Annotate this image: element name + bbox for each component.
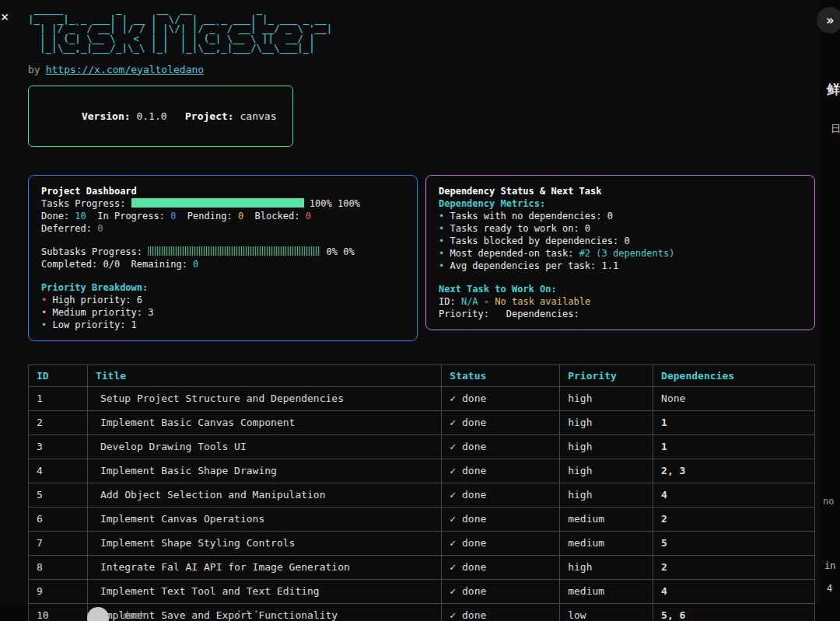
cell-task-dependencies: 1: [653, 434, 815, 459]
cell-task-dependencies: 4: [653, 579, 815, 603]
cell-task-title: Implement Shape Styling Controls: [87, 531, 441, 555]
text-segment: Medium priority:: [52, 307, 148, 318]
text-segment: •: [439, 260, 450, 271]
text-segment: Most depended-on task:: [450, 248, 579, 259]
subtasks-progress-line: Subtasks Progress: 0% 0%: [41, 246, 404, 258]
next-task-id-line: ID: N/A - No task available: [439, 295, 802, 308]
version-text-segment: [167, 110, 185, 122]
text-segment: •: [41, 307, 52, 318]
text-segment: Tasks ready to work on:: [450, 223, 584, 234]
table-row: 5 Add Object Selection and Manipulation …: [29, 483, 815, 507]
priority-low-line: • Low priority: 1: [41, 319, 404, 331]
cell-task-priority: high: [560, 410, 653, 434]
background-text-fragment: in: [824, 560, 835, 571]
version-text-segment: Project:: [185, 110, 240, 122]
text-segment: Pending:: [176, 211, 237, 222]
table-row: 1 Setup Project Structure and Dependenci…: [29, 386, 815, 410]
text-segment: No task available: [495, 296, 590, 307]
cell-task-id: 6: [29, 507, 88, 531]
priority-medium-line: • Medium priority: 3: [41, 306, 404, 319]
priority-breakdown-title: Priority Breakdown:: [41, 281, 404, 294]
cell-task-status: ✓ done: [442, 386, 560, 410]
taskmaster-ascii-logo: _____ _ __ __ _ |_ _|_ _ ___| | __ | \/ …: [28, 5, 815, 54]
tasks-progress-bar: [131, 198, 304, 208]
cell-task-title: Implement Basic Canvas Component: [87, 410, 441, 434]
text-segment: Tasks blocked by dependencies:: [450, 235, 624, 246]
cell-task-title: Develop Drawing Tools UI: [87, 434, 441, 459]
cell-task-status: ✓ done: [442, 459, 560, 483]
background-text-fragment: 鲜: [827, 81, 840, 99]
table-header-cell: Dependencies: [653, 365, 815, 386]
dashboard-title: Project Dashboard: [41, 185, 404, 197]
table-header-cell: Priority: [560, 365, 653, 386]
background-text-fragment: dash: [123, 610, 145, 621]
table-header-cell: Status: [442, 365, 560, 386]
cell-task-priority: high: [560, 459, 653, 483]
text-segment: 3: [148, 307, 153, 318]
background-text-fragment: no: [823, 496, 834, 507]
byline: byhttps://x.com/eyaltoledano: [28, 64, 815, 75]
table-row: 3 Develop Drawing Tools UI ✓ done high 1: [29, 434, 815, 459]
text-segment: Done:: [41, 211, 75, 222]
text-segment: N/A: [461, 296, 478, 307]
version-text-segment: canvas: [240, 110, 277, 122]
cell-task-status: ✓ done: [442, 579, 560, 603]
dependency-panel-title: Dependency Status & Next Task: [439, 185, 802, 197]
text-segment: 1.1: [602, 260, 619, 271]
cell-task-dependencies: 4: [653, 483, 815, 507]
cell-task-title: Implement Basic Shape Drawing: [87, 459, 441, 483]
spacer: [41, 235, 404, 246]
expand-panel-icon[interactable]: »: [817, 7, 840, 33]
next-task-meta-line: Priority: Dependencies:: [439, 308, 802, 320]
author-link[interactable]: https://x.com/eyaltoledano: [46, 64, 205, 75]
text-segment: •: [439, 248, 450, 259]
metric-blocked: • Tasks blocked by dependencies: 0: [439, 235, 802, 247]
table-row: 6 Implement Canvas Operations ✓ done med…: [29, 507, 815, 531]
cell-task-priority: high: [560, 555, 653, 579]
more-options-icon[interactable]: ···: [236, 605, 261, 619]
priority-high-line: • High priority: 6: [41, 294, 404, 306]
cell-task-priority: high: [560, 483, 653, 507]
cell-task-dependencies: 5, 6: [653, 603, 815, 621]
cell-task-dependencies: 2: [653, 555, 815, 579]
cell-task-status: ✓ done: [442, 603, 560, 621]
close-icon[interactable]: ✕: [1, 10, 9, 23]
cell-task-dependencies: 1: [653, 410, 815, 434]
tasks-progress-percent: 100% 100%: [304, 198, 360, 209]
cell-task-id: 8: [29, 555, 88, 579]
text-segment: •: [439, 235, 450, 246]
metric-no-dependencies: • Tasks with no dependencies: 0: [439, 210, 802, 222]
cell-task-priority: medium: [560, 507, 653, 531]
text-segment: Deferred:: [41, 223, 97, 234]
cell-task-dependencies: None: [653, 386, 815, 410]
text-segment: 0: [97, 223, 103, 234]
cell-task-status: ✓ done: [442, 410, 560, 434]
cell-task-id: 4: [29, 459, 88, 483]
version-text-segment: 0.1.0: [136, 110, 166, 122]
spacer: [439, 272, 802, 283]
text-segment: •: [439, 223, 450, 234]
cell-task-id: 7: [29, 531, 88, 555]
text-segment: 0: [193, 259, 198, 270]
cell-task-id: 9: [29, 579, 88, 603]
metric-ready: • Tasks ready to work on: 0: [439, 222, 802, 235]
text-segment: 0: [585, 223, 590, 234]
text-segment: •: [439, 211, 450, 222]
table-row: 9 Implement Text Tool and Text Editing ✓…: [29, 579, 815, 603]
text-segment: 0/0: [103, 259, 120, 270]
text-segment: •: [41, 295, 52, 305]
text-segment: #2 (3 dependents): [579, 248, 675, 259]
tasks-progress-label: Tasks Progress:: [41, 198, 131, 209]
table-row: 10 Implement Save and Export Functionali…: [29, 603, 815, 621]
text-segment: Dependencies:: [495, 309, 585, 319]
subtasks-progress-percent: 0% 0%: [320, 246, 354, 257]
text-segment: In Progress:: [86, 211, 170, 222]
cell-task-priority: low: [560, 603, 653, 621]
dependency-status-panel: Dependency Status & Next Task Dependency…: [425, 175, 815, 330]
metric-most-depended: • Most depended-on task: #2 (3 dependent…: [439, 247, 802, 260]
cell-task-status: ✓ done: [442, 531, 560, 555]
cell-task-status: ✓ done: [442, 507, 560, 531]
text-segment: Low priority:: [52, 319, 131, 330]
table-row: 8 Integrate Fal AI API for Image Generat…: [29, 555, 815, 579]
dashboard-panels: Project Dashboard Tasks Progress: 100% 1…: [28, 175, 815, 341]
